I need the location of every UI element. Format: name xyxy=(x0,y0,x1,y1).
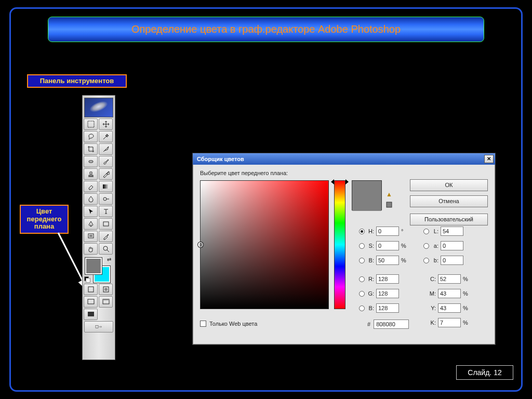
input-g[interactable]: 128 xyxy=(376,289,399,298)
input-hex[interactable]: 808080 xyxy=(374,320,409,329)
label-tool-panel-text: Панель инструментов xyxy=(40,77,114,85)
screen-std-icon[interactable] xyxy=(84,296,98,308)
unit-c: % xyxy=(463,276,469,282)
dialog-title: Сборщик цветов xyxy=(197,156,244,162)
input-m[interactable]: 43 xyxy=(438,289,461,298)
label-s: S: xyxy=(367,243,374,249)
slice-tool-icon[interactable] xyxy=(99,143,113,155)
web-only-label: Только Web цвета xyxy=(209,321,257,327)
radio-r[interactable] xyxy=(359,276,365,282)
stamp-tool-icon[interactable] xyxy=(84,168,98,180)
color-swatches: ⇄ xyxy=(84,257,113,283)
dodge-tool-icon[interactable] xyxy=(99,193,113,205)
gradient-tool-icon[interactable] xyxy=(99,181,113,192)
new-color-swatch[interactable] xyxy=(352,181,381,196)
heal-tool-icon[interactable] xyxy=(84,156,98,167)
swap-colors-icon[interactable]: ⇄ xyxy=(107,257,113,263)
hue-slider-thumb[interactable] xyxy=(331,179,349,184)
unit-m: % xyxy=(463,290,469,297)
svg-rect-16 xyxy=(103,299,109,300)
label-l: L: xyxy=(431,228,438,234)
label-r: R: xyxy=(367,276,374,282)
toolbox-logo xyxy=(84,98,113,117)
hue-slider[interactable] xyxy=(334,180,345,309)
web-only-checkbox[interactable] xyxy=(200,321,206,327)
move-tool-icon[interactable] xyxy=(99,118,113,130)
input-k[interactable]: 7 xyxy=(438,318,461,327)
label-tool-panel: Панель инструментов xyxy=(27,74,127,88)
ok-button[interactable]: ОК xyxy=(410,179,488,191)
label-b2: b: xyxy=(431,257,438,263)
hex-row: # 808080 xyxy=(359,320,409,329)
eyedropper-tool-icon[interactable] xyxy=(99,231,113,242)
unit-s: % xyxy=(401,243,407,249)
quickmask-mode-icon[interactable] xyxy=(99,284,113,295)
lasso-tool-icon[interactable] xyxy=(84,131,98,142)
svg-rect-19 xyxy=(387,202,392,207)
radio-bc[interactable] xyxy=(359,305,365,311)
radio-l[interactable] xyxy=(423,229,429,234)
standard-mode-icon[interactable] xyxy=(84,284,98,295)
photoshop-toolbox: ⇄ xyxy=(82,95,115,360)
input-c[interactable]: 52 xyxy=(438,274,461,284)
input-bh[interactable]: 50 xyxy=(376,256,399,265)
brush-tool-icon[interactable] xyxy=(99,156,113,167)
radio-g[interactable] xyxy=(359,291,365,297)
screen-menu-icon[interactable] xyxy=(99,296,113,308)
shape-tool-icon[interactable] xyxy=(99,218,113,230)
radio-b2[interactable] xyxy=(423,258,429,263)
input-b2[interactable]: 0 xyxy=(441,256,463,265)
websafe-cube-icon[interactable] xyxy=(385,201,393,208)
foreground-swatch[interactable] xyxy=(85,258,102,274)
unit-k: % xyxy=(463,320,469,326)
history-brush-tool-icon[interactable] xyxy=(99,168,113,180)
default-colors-icon[interactable] xyxy=(84,276,90,283)
svg-point-5 xyxy=(91,161,92,162)
radio-h[interactable] xyxy=(359,229,365,234)
radio-s[interactable] xyxy=(359,243,365,249)
slide-title-text: Определение цвета в граф.редакторе Adobe… xyxy=(131,23,401,35)
input-h[interactable]: 0 xyxy=(376,227,399,236)
crop-tool-icon[interactable] xyxy=(84,143,98,155)
radio-a[interactable] xyxy=(423,243,429,249)
old-color-swatch[interactable] xyxy=(352,196,381,211)
svg-point-4 xyxy=(90,161,91,162)
color-field-marker[interactable] xyxy=(198,242,203,247)
svg-rect-8 xyxy=(103,222,109,226)
svg-point-13 xyxy=(104,288,108,291)
hand-tool-icon[interactable] xyxy=(84,243,98,255)
unit-b: % xyxy=(401,257,407,263)
svg-point-10 xyxy=(103,246,108,250)
radio-b[interactable] xyxy=(359,258,365,263)
type-tool-icon[interactable] xyxy=(99,206,113,217)
pen-tool-icon[interactable] xyxy=(84,218,98,230)
slide-number-text: Слайд. 12 xyxy=(468,368,501,377)
color-field[interactable] xyxy=(200,180,329,309)
input-y[interactable]: 43 xyxy=(438,303,461,313)
svg-rect-17 xyxy=(88,312,94,316)
unit-y: % xyxy=(463,305,469,311)
notes-tool-icon[interactable] xyxy=(84,231,98,242)
input-r[interactable]: 128 xyxy=(376,274,399,284)
cancel-button[interactable]: Отмена xyxy=(410,195,488,207)
blur-tool-icon[interactable] xyxy=(84,193,98,205)
input-l[interactable]: 54 xyxy=(441,227,463,236)
custom-button[interactable]: Пользовательский xyxy=(410,214,488,225)
input-a[interactable]: 0 xyxy=(441,241,463,250)
color-picker-dialog: Сборщик цветов ✕ Выберите цвет переднего… xyxy=(192,153,496,345)
close-icon[interactable]: ✕ xyxy=(484,155,494,163)
dialog-titlebar[interactable]: Сборщик цветов ✕ xyxy=(193,153,495,165)
jump-to-imageready-icon[interactable] xyxy=(84,321,113,332)
path-select-tool-icon[interactable] xyxy=(84,206,98,217)
gamut-warning-icon[interactable]: ▲ xyxy=(385,191,393,198)
label-bh: B: xyxy=(367,257,374,263)
screen-full-icon[interactable] xyxy=(84,309,98,320)
label-m: M: xyxy=(429,290,436,297)
input-bc[interactable]: 128 xyxy=(376,303,399,313)
svg-point-7 xyxy=(103,197,107,201)
input-s[interactable]: 0 xyxy=(376,241,399,250)
eraser-tool-icon[interactable] xyxy=(84,181,98,192)
marquee-tool-icon[interactable] xyxy=(84,118,98,130)
wand-tool-icon[interactable] xyxy=(99,131,113,142)
zoom-tool-icon[interactable] xyxy=(99,243,113,255)
